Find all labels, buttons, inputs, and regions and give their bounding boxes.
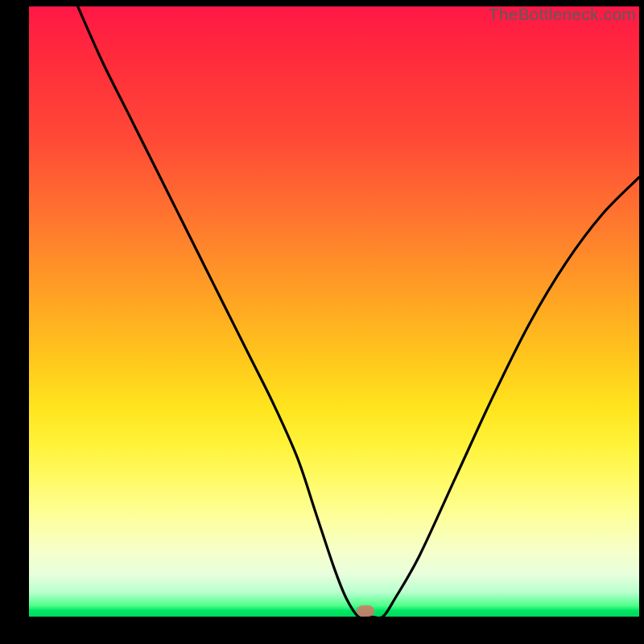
bottleneck-curve	[29, 6, 639, 617]
chart-frame: TheBottleneck.com	[0, 0, 644, 644]
optimal-point-marker	[357, 605, 374, 617]
watermark-text: TheBottleneck.com	[489, 5, 636, 24]
plot-area	[29, 6, 639, 617]
